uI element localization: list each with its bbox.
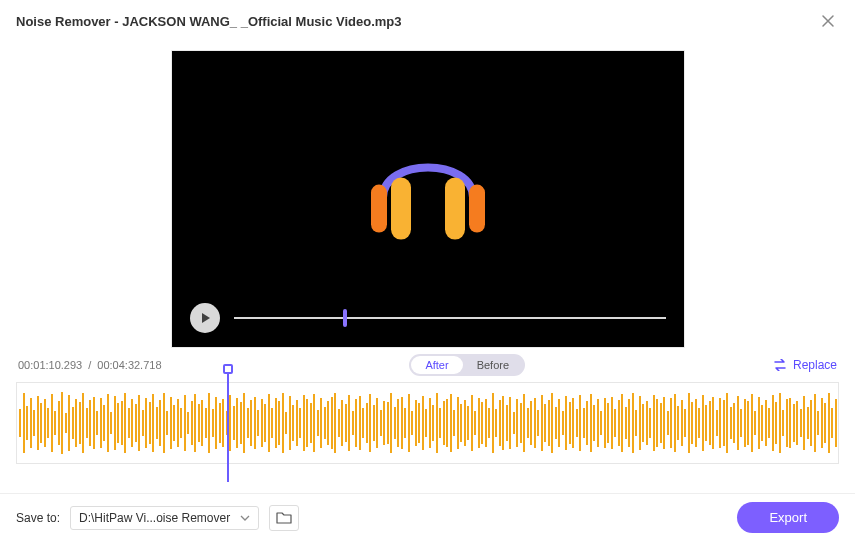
waveform-bar xyxy=(40,403,42,443)
waveform-bar xyxy=(124,393,126,453)
waveform-bar xyxy=(236,398,238,448)
waveform-bar xyxy=(331,397,333,449)
waveform-bar xyxy=(79,402,81,444)
waveform-bar xyxy=(100,398,102,448)
waveform-bar xyxy=(544,404,546,442)
waveform-bar xyxy=(432,405,434,441)
waveform[interactable] xyxy=(16,382,839,464)
waveform-bar xyxy=(523,394,525,452)
waveform-bar xyxy=(660,403,662,443)
headphones-icon xyxy=(363,130,493,254)
waveform-bar xyxy=(537,410,539,436)
waveform-bar xyxy=(460,404,462,442)
waveform-bar xyxy=(814,394,816,452)
waveform-bar xyxy=(201,400,203,446)
waveform-bar xyxy=(187,412,189,434)
waveform-bar xyxy=(821,398,823,448)
replace-button[interactable]: Replace xyxy=(773,358,837,372)
waveform-bar xyxy=(110,412,112,434)
waveform-bar xyxy=(740,409,742,437)
waveform-bar xyxy=(310,403,312,443)
waveform-bar xyxy=(390,393,392,453)
waveform-bar xyxy=(775,402,777,444)
close-button[interactable] xyxy=(817,10,839,32)
open-folder-button[interactable] xyxy=(269,505,299,531)
waveform-bar xyxy=(488,408,490,438)
replace-label: Replace xyxy=(793,358,837,372)
audio-preview xyxy=(171,50,685,348)
waveform-bar xyxy=(205,408,207,438)
waveform-bar xyxy=(684,409,686,437)
waveform-bar xyxy=(453,410,455,436)
waveform-bar xyxy=(709,401,711,445)
waveform-bar xyxy=(628,399,630,447)
waveform-bar xyxy=(128,408,130,438)
waveform-bar xyxy=(152,394,154,452)
waveform-bar xyxy=(516,399,518,447)
timecode: 00:01:10.293 / 00:04:32.718 xyxy=(18,359,162,371)
waveform-bar xyxy=(782,410,784,436)
playhead-knob[interactable] xyxy=(223,364,233,374)
waveform-bar xyxy=(184,395,186,451)
chevron-down-icon xyxy=(240,515,250,521)
waveform-bar xyxy=(639,396,641,450)
waveform-bar xyxy=(303,395,305,451)
waveform-bar xyxy=(744,399,746,447)
waveform-bar xyxy=(198,404,200,442)
waveform-bar xyxy=(212,409,214,437)
waveform-bar xyxy=(341,400,343,446)
play-button[interactable] xyxy=(190,303,220,333)
waveform-bar xyxy=(611,397,613,449)
waveform-bar xyxy=(600,411,602,435)
waveform-bar xyxy=(135,404,137,442)
waveform-bar xyxy=(170,397,172,449)
waveform-bar xyxy=(327,401,329,445)
waveform-bar xyxy=(527,408,529,438)
waveform-bar xyxy=(338,409,340,437)
waveform-bar xyxy=(61,392,63,454)
waveform-bar xyxy=(789,398,791,448)
waveform-bar xyxy=(394,407,396,439)
progress-bar[interactable] xyxy=(234,317,666,319)
waveform-bar xyxy=(723,400,725,446)
waveform-bar xyxy=(443,401,445,445)
waveform-bar xyxy=(261,399,263,447)
after-before-toggle[interactable]: After Before xyxy=(409,354,525,376)
export-button[interactable]: Export xyxy=(737,502,839,533)
save-group: Save to: D:\HitPaw Vi...oise Remover xyxy=(16,505,299,531)
waveform-bar xyxy=(429,398,431,448)
toggle-before[interactable]: Before xyxy=(463,356,523,374)
waveform-bar xyxy=(677,406,679,440)
waveform-bar xyxy=(471,395,473,451)
waveform-bar xyxy=(565,396,567,450)
waveform-bar xyxy=(418,403,420,443)
waveform-bar xyxy=(247,408,249,438)
playhead[interactable] xyxy=(227,364,229,482)
waveform-bar xyxy=(250,400,252,446)
preview-area xyxy=(0,42,855,348)
waveform-bar xyxy=(306,399,308,447)
waveform-bar xyxy=(733,403,735,443)
progress-handle[interactable] xyxy=(343,309,347,327)
waveform-bar xyxy=(156,407,158,439)
waveform-bar xyxy=(47,408,49,438)
waveform-bar xyxy=(803,396,805,450)
waveform-bar xyxy=(495,409,497,437)
folder-icon xyxy=(276,511,292,524)
waveform-bar xyxy=(674,394,676,452)
waveform-bar xyxy=(667,411,669,435)
waveform-bar xyxy=(233,406,235,440)
waveform-bar xyxy=(54,411,56,435)
waveform-bar xyxy=(275,398,277,448)
save-path-dropdown[interactable]: D:\HitPaw Vi...oise Remover xyxy=(70,506,259,530)
waveform-bar xyxy=(89,400,91,446)
waveform-bar xyxy=(583,408,585,438)
waveform-bar xyxy=(691,402,693,444)
waveform-bar xyxy=(688,393,690,453)
waveform-bar xyxy=(590,394,592,452)
waveform-bar xyxy=(268,394,270,452)
waveform-bar xyxy=(793,404,795,442)
toggle-after[interactable]: After xyxy=(411,356,462,374)
waveform-bar xyxy=(555,407,557,439)
waveform-bar xyxy=(149,402,151,444)
